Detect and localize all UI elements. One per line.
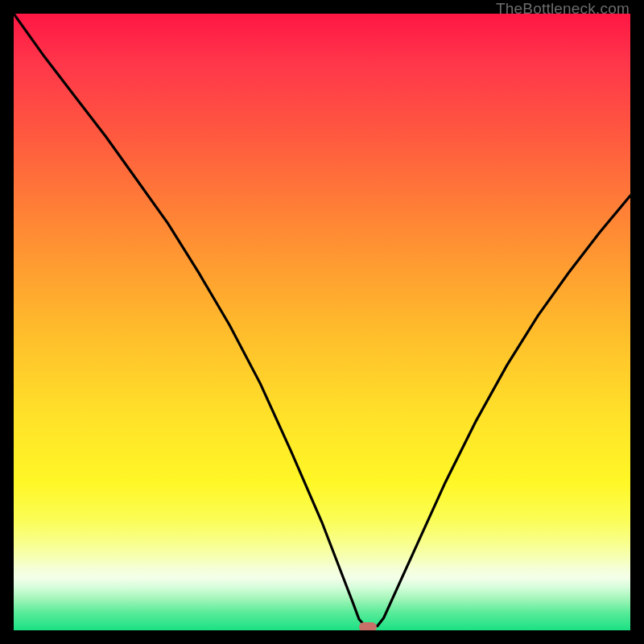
chart-container: TheBottleneck.com xyxy=(0,0,644,644)
plot-area xyxy=(14,14,630,630)
severity-gradient xyxy=(14,14,630,630)
